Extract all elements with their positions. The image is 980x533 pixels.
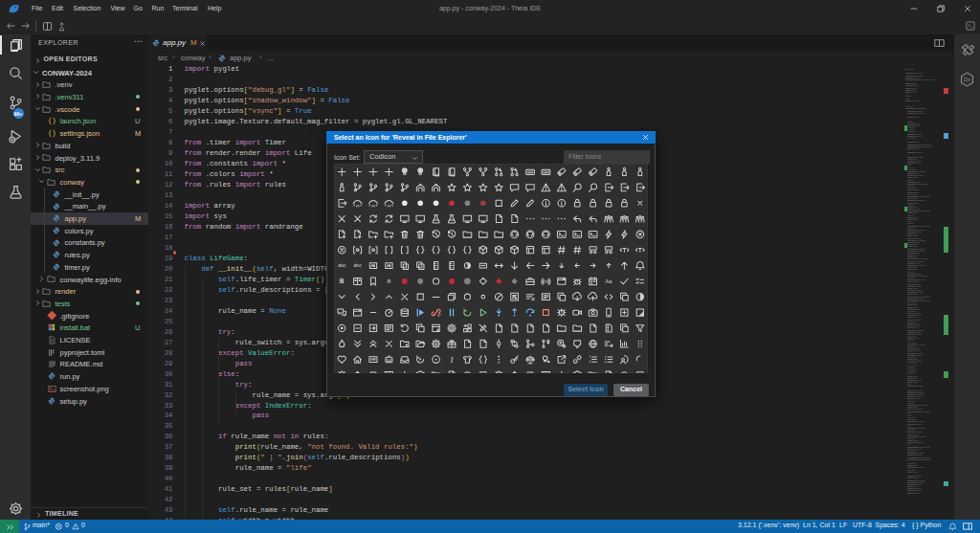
svg-text:Dx: Dx: [964, 77, 970, 82]
